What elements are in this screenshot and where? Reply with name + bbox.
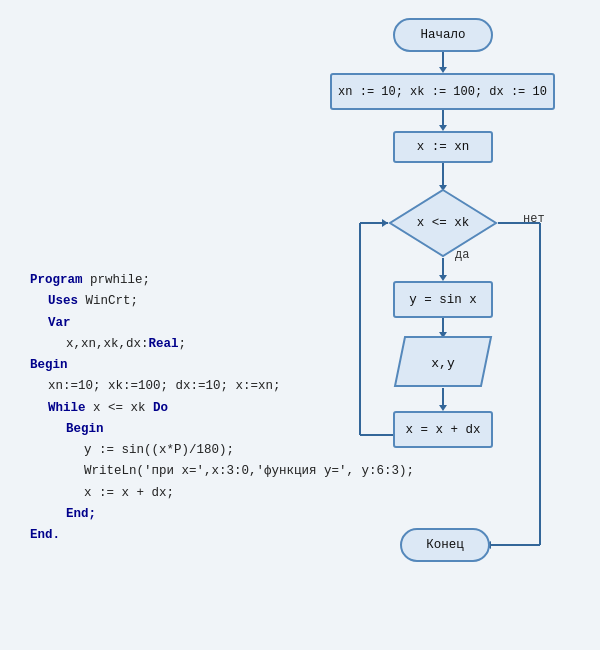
assign-x-shape: x := xn (393, 131, 493, 163)
start-label: Начало (420, 28, 465, 42)
end-label: Конец (426, 538, 464, 552)
kw-uses: Uses (48, 294, 78, 308)
condition-shape: x <= xk (388, 188, 498, 258)
kw-do: Do (153, 401, 168, 415)
svg-text:x,y: x,y (431, 356, 455, 371)
kw-program: Program (30, 273, 83, 287)
kw-while: While (48, 401, 86, 415)
end-shape: Конец (400, 528, 490, 562)
kw-begin2: Begin (66, 422, 104, 436)
calc-y-label: y = sin x (409, 293, 477, 307)
init-shape: xn := 10; xk := 100; dx := 10 (330, 73, 555, 110)
svg-text:нет: нет (523, 212, 545, 226)
flowchart: да нет Начало xn := 10; xk := 100; dx :=… (310, 10, 580, 630)
kw-end: End. (30, 528, 60, 542)
kw-var: Var (48, 316, 71, 330)
assign-x-label: x := xn (417, 140, 470, 154)
start-shape: Начало (393, 18, 493, 52)
kw-end2: End; (66, 507, 96, 521)
io-shape: x,y (393, 335, 493, 388)
kw-real: Real (149, 337, 179, 351)
calc-y-shape: y = sin x (393, 281, 493, 318)
update-x-shape: x = x + dx (393, 411, 493, 448)
init-label: xn := 10; xk := 100; dx := 10 (338, 85, 547, 99)
svg-marker-22 (390, 190, 496, 256)
update-x-label: x = x + dx (405, 423, 480, 437)
kw-begin: Begin (30, 358, 68, 372)
